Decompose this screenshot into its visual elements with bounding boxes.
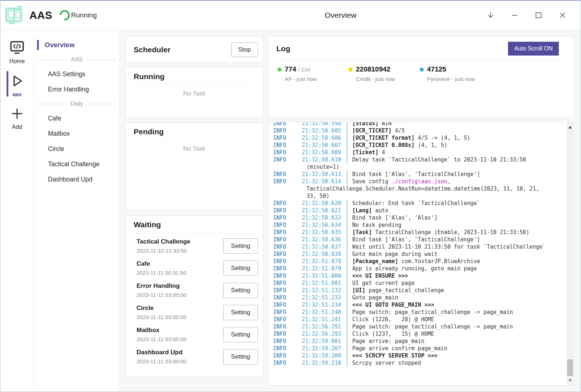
log-line: INFO21:32:50.620Scheduler: End task `Tac… [273, 200, 565, 207]
waiting-task-name: Error Handling [137, 282, 186, 290]
running-card: Running No Task [125, 67, 263, 118]
log-line: INFO21:32:50.638Goto main page during wa… [273, 250, 565, 258]
waiting-task-row: Circle2023-11-11 03:00:00Setting [137, 301, 258, 323]
log-line: INFO21:32:50.613Bind task ['Alas', 'Tact… [273, 171, 565, 178]
log-timestamp: 21:32:50.636 [302, 236, 347, 243]
log-line: INFO21:32:50.633Bind task ['Alas', 'Alas… [273, 214, 565, 221]
task-setting-button[interactable]: Setting [223, 238, 258, 254]
log-separator [347, 171, 352, 178]
arrow-down-icon[interactable] [485, 9, 496, 21]
rail-item-add[interactable]: Add [0, 102, 34, 133]
log-message-wrap: (minute=1) [273, 163, 339, 171]
log-message: [OCR_TICKET] 4/5 [352, 127, 405, 134]
waiting-title: Waiting [126, 216, 263, 229]
log-separator [347, 294, 352, 301]
side-navigation: OverviewAASAAS SettingsError HandlingDai… [34, 30, 120, 392]
log-level: INFO [273, 122, 302, 127]
log-message: Delay task `TacticalChallenge` to 2023-1… [352, 156, 526, 163]
nav-section-divider-aas: AAS [34, 53, 119, 66]
log-message: [Ticket] 4 [352, 149, 385, 156]
sidebar-item-circle[interactable]: Circle [34, 141, 119, 156]
rail-item-aas[interactable]: aas [0, 70, 34, 100]
waiting-task-info: Dashboard Upd2023-11-11 03:00:00 [137, 349, 186, 364]
log-level: INFO [273, 338, 302, 345]
log-level: INFO [273, 330, 302, 338]
close-icon[interactable] [557, 9, 568, 21]
minimize-icon[interactable] [509, 9, 520, 21]
running-spinner-icon [57, 8, 72, 22]
log-timestamp: 21:32:50.606 [302, 134, 347, 142]
stat-dot-icon [277, 68, 281, 72]
log-line: INFO21:32:50.634No task pending [273, 221, 565, 229]
log-message: [UI] page_tactical_challenge [352, 287, 444, 294]
log-line: INFO21:32:51.233Goto page_main [273, 294, 565, 301]
log-message: Bind task ['Alas', 'TacticalChallenge'] [352, 236, 480, 243]
log-level: INFO [273, 265, 302, 272]
task-setting-button[interactable]: Setting [223, 349, 258, 364]
sidebar-item-aas-settings[interactable]: AAS Settings [34, 66, 119, 82]
log-message: Bind task ['Alas', 'Alas'] [352, 214, 438, 221]
divider-line [37, 104, 66, 104]
sidebar-item-error-handling[interactable]: Error Handling [34, 82, 119, 97]
scheduler-title: Scheduler [134, 45, 171, 54]
log-message: [OCR_TICKET 0.008s] (4, 1, 5) [352, 142, 447, 149]
log-timestamp: 21:32:50.634 [302, 221, 347, 229]
sidebar-item-dashboard-upd[interactable]: Dashboard Upd [34, 172, 119, 187]
log-line: INFO21:32:50.606[OCR_TICKET format] 4/5 … [273, 134, 565, 142]
log-separator [347, 279, 352, 287]
stat-value: 47125 [427, 65, 446, 73]
log-level: INFO [273, 178, 302, 185]
home-monitor-code-icon [9, 40, 25, 56]
divider [133, 140, 256, 140]
rail-item-home[interactable]: Home [0, 37, 34, 68]
log-message: Click (1237, 15) @ HOME [352, 330, 434, 338]
task-setting-button[interactable]: Setting [223, 327, 258, 342]
task-setting-button[interactable]: Setting [223, 261, 258, 276]
app-window: AAS Running Overview [0, 0, 581, 392]
log-level: INFO [273, 316, 302, 323]
log-message: [Lang] auto [352, 207, 388, 214]
log-timestamp: 21:32:50.610 [302, 156, 347, 163]
log-separator [347, 287, 352, 294]
log-separator [347, 178, 352, 185]
stat-ap: 774/ 234AP - just now [277, 65, 349, 82]
log-line: INFO21:32:51.232[UI] page_tactical_chall… [273, 287, 565, 294]
log-level: INFO [273, 359, 302, 367]
waiting-card: Waiting Tactical Challenge2023-11-10 21:… [125, 215, 263, 377]
scrollbar-up-arrow-icon[interactable] [568, 126, 572, 128]
rail-item-label: aas [12, 91, 21, 97]
sidebar-item-mailbox[interactable]: Mailbox [34, 126, 119, 141]
log-timestamp: 21:32:50.609 [302, 149, 347, 156]
log-scrollbar[interactable] [566, 122, 574, 385]
maximize-icon[interactable] [533, 9, 544, 21]
log-message: Scrcpy server stopped [352, 359, 421, 367]
log-separator [347, 265, 352, 272]
stat-pyroxene: 47125Pyroxene - just now [420, 65, 491, 82]
log-separator [347, 214, 352, 221]
log-separator [347, 221, 352, 229]
stop-button[interactable]: Stop [231, 42, 258, 57]
log-level: INFO [273, 156, 302, 163]
stat-dot-icon [420, 68, 424, 72]
log-timestamp: 21:32:50.613 [302, 171, 347, 178]
waiting-task-info: Tactical Challenge2023-11-10 21:33:50 [137, 238, 190, 254]
task-setting-button[interactable]: Setting [223, 305, 258, 320]
waiting-task-name: Circle [137, 305, 186, 312]
divider-line [88, 60, 117, 60]
pending-title: Pending [126, 123, 263, 136]
log-separator [347, 229, 352, 236]
log-message: Click (1226, 28) @ HOME [352, 316, 434, 323]
log-line-continuation: 33, 50) [273, 192, 565, 200]
log-line: INFO21:32:51.240Page switch: page_tactic… [273, 309, 565, 316]
divider-line [88, 104, 117, 104]
auto-scroll-button[interactable]: Auto Scroll ON [508, 42, 559, 56]
scrollbar-thumb[interactable] [567, 359, 573, 376]
sidebar-item-tactical-challenge[interactable]: Tactical Challenge [34, 156, 119, 172]
log-message: Goto page_main [352, 294, 398, 301]
sidebar-item-cafe[interactable]: Cafe [34, 111, 119, 126]
waiting-task-name: Dashboard Upd [137, 349, 186, 356]
task-setting-button[interactable]: Setting [223, 283, 258, 298]
sidebar-item-overview[interactable]: Overview [34, 37, 119, 53]
scrollbar-down-arrow-icon[interactable] [568, 379, 572, 382]
log-separator [347, 207, 352, 214]
